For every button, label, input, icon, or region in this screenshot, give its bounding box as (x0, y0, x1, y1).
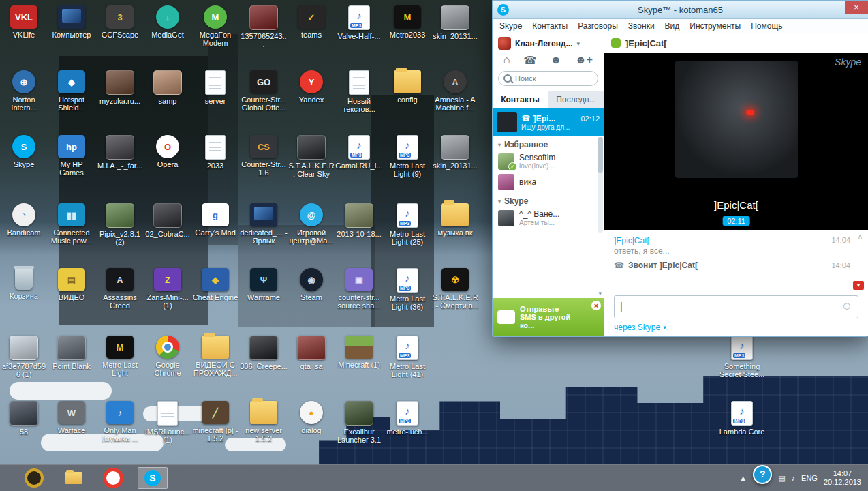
scroll-down-arrow[interactable]: ▾ (598, 290, 602, 297)
desktop-icon[interactable]: ╱minecraft [p] - 1.5.2 (191, 401, 239, 443)
desktop-icon[interactable]: af3e7787d596 (1) (0, 336, 48, 378)
scrollbar-thumb[interactable] (598, 137, 603, 173)
search-input[interactable] (498, 71, 598, 86)
desktop-icon[interactable]: S.T.A.L.K.E.R. Clear Sky (288, 135, 335, 178)
menu-item[interactable]: Помощь (751, 21, 782, 31)
desktop-icon[interactable]: gGarry's Mod (191, 203, 239, 237)
desktop-icon[interactable]: ◉Steam (288, 268, 335, 301)
desktop-icon[interactable]: GOCounter-Str... Global Offe... (240, 70, 288, 112)
desktop-icon[interactable]: ↓MediaGet (144, 5, 191, 39)
desktop-icon[interactable]: ♪MP3Metro Last Light (41) (384, 336, 431, 378)
desktop-icon[interactable]: Point Blank (48, 336, 95, 370)
help-pointer-icon[interactable]: ? (753, 465, 772, 484)
desktop-icon[interactable]: ♪MP3metro-luch... (384, 401, 431, 436)
desktop-icon[interactable]: ♪Only Man (музыка ... (96, 401, 144, 443)
desktop-icon[interactable]: Компьютер (48, 5, 95, 39)
message-input[interactable]: | ☺ (614, 295, 858, 318)
desktop-icon[interactable]: ♪MP3Lambda Core (718, 401, 766, 436)
desktop-icon[interactable]: OOpera (144, 135, 191, 168)
desktop-icon[interactable]: Minecraft (1) (335, 336, 383, 369)
desktop-icon[interactable]: Корзина (0, 268, 48, 300)
desktop-icon[interactable]: ♪MP3Gamai.RU_I... (335, 135, 383, 170)
add-contact-button[interactable]: ☻+ (575, 54, 593, 67)
tab-contacts[interactable]: Контакты (493, 91, 548, 108)
desktop-icon[interactable]: 306_Creepe... (240, 336, 288, 370)
desktop-icon[interactable]: config (384, 70, 431, 104)
self-profile[interactable]: Клан-Легенд... ▾ (493, 33, 604, 52)
banner-close-icon[interactable]: × (591, 301, 601, 310)
new-message-badge[interactable]: ▾ (853, 281, 864, 290)
desktop-icon[interactable]: ▤ВИДЕО (48, 268, 95, 301)
language-indicator[interactable]: ENG (801, 474, 818, 482)
desktop-icon[interactable]: ☢S.T.A.L.K.E.R. - Смерти в... (431, 268, 479, 310)
search-box[interactable] (498, 71, 598, 86)
close-button[interactable]: × (845, 1, 868, 14)
desktop-icon[interactable]: музыка вк (431, 203, 479, 237)
hidden-icons-chevron[interactable]: ▲ (739, 474, 747, 482)
desktop-icon[interactable]: ◔Bandicam (0, 203, 48, 237)
desktop-icon[interactable]: dedicated_... - Ярлык (240, 203, 288, 245)
desktop-icon[interactable]: hpMy HP Games (48, 135, 95, 177)
desktop-icon[interactable]: ✓teams (288, 5, 335, 39)
desktop-icon[interactable]: gta_sa (288, 336, 335, 370)
contact-row[interactable]: вика (493, 172, 604, 192)
desktop-icon[interactable]: YYandex (288, 70, 335, 104)
desktop-icon[interactable]: CSCounter-Str... 1.6 (240, 135, 288, 177)
scroll-up-arrow[interactable]: ∧ (858, 233, 863, 240)
scrollbar[interactable] (598, 137, 603, 233)
desktop-icon[interactable]: MMetro Last Light (96, 336, 144, 377)
taskbar-icon-gold-app[interactable] (19, 467, 49, 489)
desktop-icon[interactable]: new server 1.5.2 (240, 401, 288, 443)
desktop-icon[interactable]: SSkype (0, 135, 48, 168)
contact-group-header[interactable]: ▾Skype (493, 192, 604, 208)
desktop-icon[interactable]: ZZans-Mini-... (1) (144, 268, 191, 310)
desktop-icon[interactable]: skin_20131... (431, 135, 479, 170)
home-button[interactable]: ⌂ (503, 54, 510, 67)
desktop-icon[interactable]: skin_20131... (431, 5, 479, 40)
contact-row[interactable]: ^_^ Ванё...Артём ты... (493, 208, 604, 228)
menu-item[interactable]: Вид (665, 21, 680, 31)
desktop-icon[interactable]: MMetro2033 (384, 5, 431, 39)
desktop-icon[interactable]: myzuka.ru... (96, 70, 144, 105)
desktop-icon[interactable]: AAssassins Creed (96, 268, 144, 310)
menu-item[interactable]: Звонки (628, 21, 655, 31)
desktop-icon[interactable]: server (191, 70, 239, 105)
desktop-icon[interactable]: ♪MP3Something Secret Stee... (718, 336, 766, 378)
desktop-icon[interactable]: IMSRLaunc... (1) (144, 401, 191, 444)
sms-banner[interactable]: Отправьте SMS в другой ко... × (493, 298, 604, 336)
tab-recent[interactable]: Последн... (548, 91, 604, 108)
volume-icon[interactable]: ♪ (792, 474, 796, 482)
menu-item[interactable]: Skype (499, 21, 522, 31)
desktop-icon[interactable]: M.I.A._-_far... (96, 135, 144, 170)
taskbar-icon-skype[interactable]: S (138, 467, 168, 489)
desktop-icon[interactable]: VKLVKLife (0, 5, 48, 39)
desktop-icon[interactable]: Google Chrome (144, 336, 191, 377)
desktop-icon[interactable]: AAmnesia - A Machine f... (431, 70, 479, 112)
desktop-icon[interactable]: ◆Cheat Engine (191, 268, 239, 301)
desktop-icon[interactable]: samp (144, 70, 191, 105)
desktop-icon[interactable]: ⊕Norton Intern... (0, 70, 48, 112)
clock[interactable]: 14:07 20.12.2013 (824, 469, 861, 487)
desktop-icon[interactable]: ●dialog (288, 401, 335, 434)
title-bar[interactable]: S Skype™ - kotoman65 × (493, 1, 868, 19)
desktop-icon[interactable]: ◆Hotspot Shield... (48, 70, 95, 112)
desktop-icon[interactable]: Pipix_v2.8.1 (2) (96, 203, 144, 246)
desktop-icon[interactable]: ♪MP3Valve-Half-... (335, 5, 383, 40)
desktop-icon[interactable]: 2033 (191, 135, 239, 170)
taskbar-icon-opera[interactable] (98, 467, 128, 489)
desktop-icon[interactable]: WWarface (48, 401, 95, 434)
desktop-icon[interactable]: 2013-10-18... (335, 203, 383, 238)
desktop-icon[interactable]: 3GCFScape (96, 5, 144, 39)
menu-item[interactable]: Инструменты (689, 21, 741, 31)
desktop-icon[interactable]: 1357065243... (240, 5, 288, 48)
desktop-icon[interactable]: ▣counter-str... source sha... (335, 268, 383, 310)
contact-group-header[interactable]: ▾Избранное (493, 136, 604, 151)
desktop-icon[interactable]: @Игровой центр@Ma... (288, 203, 335, 245)
desktop-icon[interactable]: ♪MP3Metro Last Light (25) (384, 203, 431, 246)
desktop-icon[interactable]: 58 (0, 401, 48, 436)
via-skype-selector[interactable]: через Skype ▾ (604, 321, 868, 336)
desktop-icon[interactable]: MMegaFon Modem (191, 5, 239, 47)
desktop-icon[interactable]: Excalibur Launcher 3.1 (335, 401, 383, 444)
desktop-icon[interactable]: ВИДЕОИ С ПРОХАЖД... (191, 336, 239, 377)
desktop-icon[interactable]: ♪MP3Metro Last Light (36) (384, 268, 431, 311)
